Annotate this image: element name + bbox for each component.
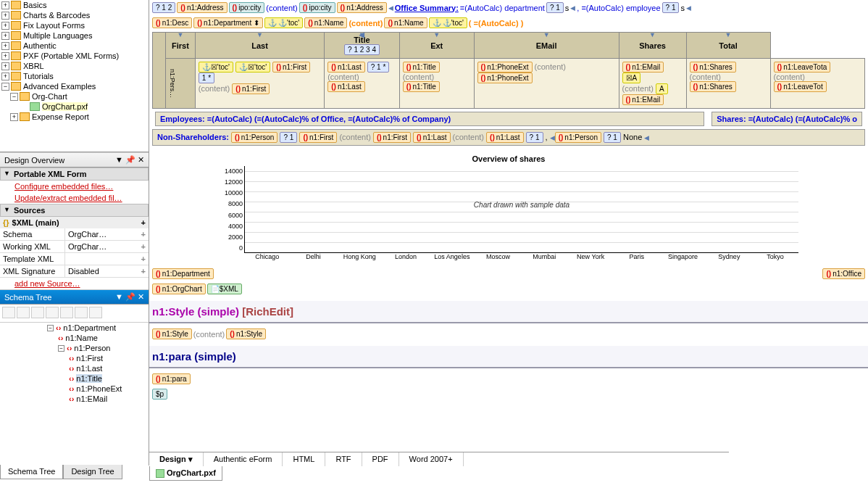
dropdown-icon[interactable]: ▼ (115, 155, 123, 164)
sources-section[interactable]: Sources (0, 204, 149, 217)
tree-item[interactable]: −Advanced Examples (0, 81, 149, 91)
office-close-tag[interactable]: ()n1:Office (822, 268, 865, 279)
para-section-title: n1:para (simple) (149, 346, 868, 368)
property-row[interactable]: Working XMLOrgChar…+ (0, 241, 149, 253)
schema-node[interactable]: ‹›n1:EMail (0, 394, 149, 404)
property-row[interactable]: Template XML+ (0, 253, 149, 265)
cell-ext[interactable]: ()n1:PhoneExt (content) ()n1:PhoneExt (474, 59, 619, 109)
dept-close-tag[interactable]: ()n1:Department (152, 268, 214, 279)
view-tab[interactable]: PDF (362, 452, 399, 466)
para-tag[interactable]: ()n1:para (152, 373, 191, 384)
col-total[interactable]: ▼Total (686, 33, 770, 59)
tree-item[interactable]: +Charts & Barcodes (0, 10, 149, 20)
tree-item[interactable]: OrgChart.pxf (0, 102, 149, 112)
toc-anchor[interactable]: ⚓⚓'toc' (429, 17, 467, 28)
schema-node[interactable]: −‹›n1:Department (0, 323, 149, 333)
content-placeholder: (content) (193, 330, 225, 339)
tree-item[interactable]: +XBRL (0, 61, 149, 71)
city-close-tag[interactable]: ()ipo:city (299, 2, 335, 13)
orgchart-close-tag[interactable]: ()n1:OrgChart (152, 284, 206, 294)
row-header[interactable]: n1:Pers… (166, 59, 196, 109)
schema-node[interactable]: −‹›n1:Person (0, 343, 149, 353)
cell-total[interactable]: ()n1:LeaveTota (content) ()n1:LeaveTot (770, 59, 864, 109)
cond-tag[interactable]: ? 1 2 (152, 2, 175, 13)
toc-anchor[interactable]: ⚓⚓'toc' (264, 17, 303, 28)
content-placeholder: (content) (349, 19, 383, 28)
content-placeholder: (content) (266, 4, 297, 12)
pin-icon[interactable]: 📌 (125, 155, 135, 164)
sp-tag[interactable]: $p (152, 389, 167, 400)
property-row[interactable]: XML SignatureDisabled+ (0, 265, 149, 278)
nonshareholders-row: Non-Shareholders: ()n1:Person ? 1 ()n1:F… (152, 129, 865, 146)
cell-shares[interactable]: ()n1:Shares (content) ()n1:Shares (686, 59, 770, 109)
tree-item[interactable]: +Multiple Languages (0, 30, 149, 41)
col-title[interactable]: ▼Title◀? 1 2 3 4◀ (325, 33, 400, 59)
col-first[interactable]: ▼First (166, 33, 196, 59)
city-tag[interactable]: ()ipo:city (229, 2, 265, 13)
style-close-tag[interactable]: ()n1:Style (226, 328, 266, 339)
tree-item[interactable]: +Authentic (0, 41, 149, 51)
chart-x-axis: ChicagoDelhiHong KongLondonLos AngelesMo… (244, 253, 798, 260)
xml-main-row[interactable]: {}$XML (main)+ (0, 217, 149, 228)
cond-tag[interactable]: ? 1 (546, 2, 564, 13)
office-summary-link[interactable]: Office Summary: (395, 4, 459, 12)
dept-tag[interactable]: ()n1:Department ⬍ (193, 17, 263, 28)
tab-design-tree[interactable]: Design Tree (63, 465, 122, 479)
close-icon[interactable]: ✕ (138, 292, 144, 301)
dropdown-icon[interactable]: ▼ (115, 292, 123, 301)
schema-node[interactable]: ‹›n1:PhoneExt (0, 384, 149, 394)
schema-tree[interactable]: −‹›n1:Department‹›n1:Name−‹›n1:Person‹›n… (0, 323, 149, 466)
schema-node[interactable]: ‹›n1:First (0, 353, 149, 363)
cell-last[interactable]: ()n1:Last ? 1 * (content) ()n1:Last (325, 59, 400, 109)
desc-tag[interactable]: ()n1:Desc (152, 17, 192, 28)
xml-close-tag[interactable]: 📄$XML (207, 284, 242, 294)
cell-first[interactable]: ⚓☒'toc' ⚓☒'toc' ()n1:First 1 * (content)… (195, 59, 324, 109)
autocalc-emp: , =(AutoCalc) employee (577, 4, 660, 12)
chart-overview-shares: Overview of shares 140001200010000800060… (219, 152, 798, 260)
address-tag[interactable]: ()n1:Address (177, 2, 227, 13)
top-tag-row-2: ()n1:Desc ()n1:Department ⬍ ⚓⚓'toc' ()n1… (149, 15, 868, 30)
cond-tag[interactable]: ? 1 (662, 2, 680, 13)
style-tag[interactable]: ()n1:Style (152, 328, 192, 339)
cell-email[interactable]: ()n1:EMail ☒A (content) A ()n1:EMail (619, 59, 686, 109)
name-close-tag[interactable]: ()n1:Name (384, 17, 427, 28)
configure-files-link[interactable]: Configure embedded files… (0, 181, 149, 192)
tree-item[interactable]: +Basics (0, 0, 149, 10)
name-tag[interactable]: ()n1:Name (304, 17, 347, 28)
address-close-tag[interactable]: ()n1:Address (337, 2, 387, 13)
chart-title: Overview of shares (219, 152, 798, 166)
view-tabs: Design ▾Authentic eFormHTMLRTFPDFWord 20… (149, 452, 729, 466)
tab-schema-tree[interactable]: Schema Tree (0, 465, 63, 479)
shares-summary: Shares: =(AutoCalc) (=(AutoCalc)% o (711, 112, 862, 126)
schema-node[interactable]: ‹›n1:Title (0, 373, 149, 384)
view-tab[interactable]: Word 2007+ (399, 452, 464, 466)
portable-xml-section[interactable]: Portable XML Form (0, 168, 149, 181)
design-overview-header: Design Overview ▼📌✕ (0, 152, 149, 168)
style-section-title: n1:Style (simple) [RichEdit] (149, 301, 868, 323)
col-last[interactable]: ▼Last (195, 33, 324, 59)
view-tab[interactable]: HTML (283, 452, 325, 466)
property-row[interactable]: SchemaOrgChar…+ (0, 228, 149, 241)
chart-y-axis: 14000120001000080006000400020000 (219, 166, 244, 253)
update-extract-link[interactable]: Update/extract embedded fil… (0, 192, 149, 204)
close-icon[interactable]: ✕ (138, 155, 144, 164)
pin-icon[interactable]: 📌 (125, 292, 135, 301)
add-source-link[interactable]: add new Source… (0, 278, 149, 289)
col-ext[interactable]: ▼Ext (399, 33, 474, 59)
view-tab[interactable]: Design ▾ (149, 452, 204, 466)
view-tab[interactable]: Authentic eForm (204, 452, 283, 466)
tree-item[interactable]: −Org-Chart (0, 91, 149, 102)
tree-item[interactable]: +PXF (Portable XML Forms) (0, 51, 149, 61)
cell-title[interactable]: ()n1:Title (content) ()n1:Title (399, 59, 474, 109)
col-email[interactable]: ▼EMail (474, 33, 619, 59)
file-tab[interactable]: OrgChart.pxf (149, 466, 222, 481)
view-tab[interactable]: RTF (325, 452, 362, 466)
project-tree[interactable]: +Basics+Charts & Barcodes+Fix Layout For… (0, 0, 149, 152)
schema-toolbar[interactable] (0, 305, 149, 323)
tree-item[interactable]: +Tutorials (0, 71, 149, 81)
col-shares[interactable]: ▼Shares (619, 33, 686, 59)
tree-item[interactable]: +Fix Layout Forms (0, 20, 149, 30)
tree-item[interactable]: +Expense Report (0, 112, 149, 122)
schema-node[interactable]: ‹›n1:Name (0, 333, 149, 343)
schema-node[interactable]: ‹›n1:Last (0, 363, 149, 373)
